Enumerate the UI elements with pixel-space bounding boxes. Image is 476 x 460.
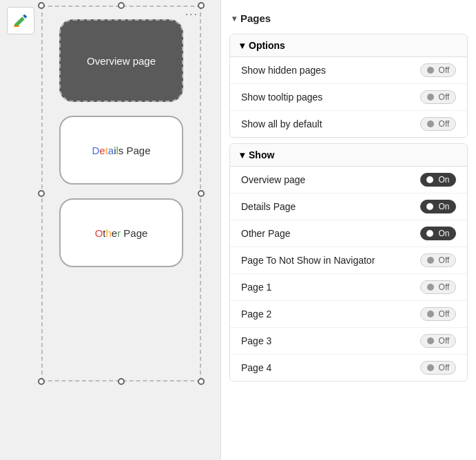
right-panel: ▾ Pages ▾ Options Show hidden pages Off …: [220, 0, 476, 460]
show-section: ▾ Show Overview page On Details Page On …: [229, 143, 468, 381]
show-tooltip-toggle[interactable]: Off: [420, 90, 456, 104]
show-hidden-toggle-label: Off: [439, 65, 450, 75]
handle-bot-left[interactable]: [38, 378, 45, 385]
show-not-show-toggle[interactable]: Off: [420, 253, 456, 267]
show-other-toggle[interactable]: On: [420, 227, 456, 240]
left-panel: ··· Overview page Details Page Other Pag…: [0, 0, 220, 460]
page-cards: Overview page Details Page Other Page: [41, 6, 201, 281]
show-tooltip-row: Show tooltip pages Off: [230, 84, 467, 111]
other-card[interactable]: Other Page: [59, 198, 183, 267]
options-title: Options: [249, 40, 285, 51]
show-page4-label: Page 4: [241, 362, 271, 373]
show-page4-toggle-label: Off: [439, 363, 450, 373]
show-page3-row: Page 3 Off: [230, 328, 467, 355]
show-page1-label: Page 1: [241, 282, 271, 293]
details-card[interactable]: Details Page: [59, 116, 183, 185]
show-page2-label: Page 2: [241, 309, 271, 320]
options-section: ▾ Options Show hidden pages Off Show too…: [229, 34, 468, 138]
show-page1-toggle-label: Off: [439, 282, 450, 292]
overview-card[interactable]: Overview page: [59, 19, 183, 102]
pages-title: Pages: [240, 12, 271, 24]
handle-top-center[interactable]: [118, 2, 125, 9]
show-hidden-toggle[interactable]: Off: [420, 63, 456, 77]
show-overview-toggle[interactable]: On: [420, 173, 456, 187]
handle-top-left[interactable]: [38, 2, 45, 9]
other-card-label: Other Page: [95, 227, 148, 239]
show-page1-row: Page 1 Off: [230, 274, 467, 301]
show-page4-toggle[interactable]: Off: [420, 361, 456, 375]
show-not-show-label: Page To Not Show in Navigator: [241, 255, 375, 266]
show-page1-toggle[interactable]: Off: [420, 280, 456, 294]
pages-header[interactable]: ▾ Pages: [221, 8, 476, 28]
overview-card-label: Overview page: [87, 55, 156, 67]
show-other-label: Other Page: [241, 228, 291, 239]
show-page2-row: Page 2 Off: [230, 301, 467, 328]
show-header[interactable]: ▾ Show: [230, 144, 467, 167]
canvas-area: ··· Overview page Details Page Other Pag…: [41, 6, 201, 381]
show-page2-toggle[interactable]: Off: [420, 307, 456, 321]
show-hidden-label: Show hidden pages: [241, 65, 326, 76]
handle-bot-right[interactable]: [198, 378, 205, 385]
handle-mid-right[interactable]: [198, 190, 205, 197]
show-title: Show: [249, 149, 274, 160]
show-page3-label: Page 3: [241, 335, 271, 346]
show-other-row: Other Page On: [230, 220, 467, 247]
show-chevron: ▾: [240, 149, 245, 160]
show-all-toggle[interactable]: Off: [420, 117, 456, 131]
options-header[interactable]: ▾ Options: [230, 34, 467, 57]
show-other-toggle-label: On: [438, 229, 449, 238]
show-page3-toggle-label: Off: [439, 336, 450, 346]
show-details-toggle[interactable]: On: [420, 200, 456, 213]
show-page2-toggle-label: Off: [439, 309, 450, 319]
show-all-toggle-label: Off: [439, 119, 450, 129]
handle-bot-center[interactable]: [118, 378, 125, 385]
show-overview-toggle-label: On: [438, 175, 449, 185]
show-page3-toggle[interactable]: Off: [420, 334, 456, 348]
show-details-row: Details Page On: [230, 194, 467, 220]
show-page4-row: Page 4 Off: [230, 355, 467, 381]
handle-top-right[interactable]: [198, 2, 205, 9]
show-hidden-row: Show hidden pages Off: [230, 57, 467, 84]
svg-rect-0: [14, 25, 19, 27]
show-details-toggle-label: On: [438, 202, 449, 211]
show-all-row: Show all by default Off: [230, 111, 467, 137]
handle-mid-left[interactable]: [38, 190, 45, 197]
show-overview-label: Overview page: [241, 174, 305, 185]
show-all-label: Show all by default: [241, 118, 322, 129]
show-tooltip-toggle-label: Off: [439, 92, 450, 102]
show-details-label: Details Page: [241, 201, 296, 212]
show-overview-row: Overview page On: [230, 167, 467, 194]
dots-menu[interactable]: ···: [185, 8, 198, 21]
show-not-show-row: Page To Not Show in Navigator Off: [230, 247, 467, 274]
show-not-show-toggle-label: Off: [439, 255, 450, 265]
options-chevron: ▾: [240, 40, 245, 51]
pages-chevron: ▾: [232, 14, 236, 23]
details-card-label: Details Page: [92, 145, 150, 156]
toolbar-icon[interactable]: [7, 7, 34, 34]
show-tooltip-label: Show tooltip pages: [241, 92, 322, 103]
